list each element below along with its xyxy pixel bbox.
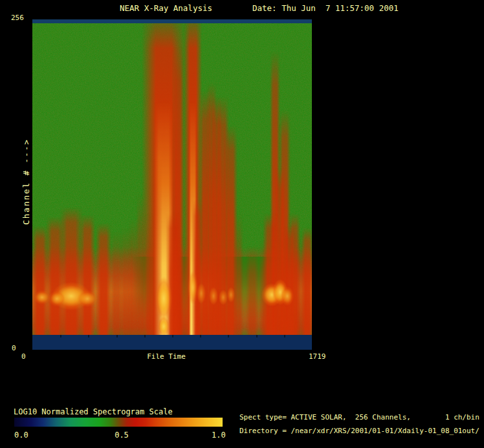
- minor-tick: [60, 335, 61, 337]
- minor-tick: [172, 335, 173, 337]
- minor-tick: [284, 335, 285, 337]
- emission-glow: [227, 287, 235, 303]
- minor-tick: [256, 335, 258, 337]
- emission-glow: [155, 277, 172, 321]
- y-axis-title: Channel # --->: [21, 138, 31, 224]
- flare-streak: [120, 228, 133, 336]
- colorbar-tick-2: 1.0: [212, 431, 226, 440]
- top-border-band: [32, 19, 312, 23]
- colorbar-gradient: [14, 418, 223, 427]
- flare-streak: [302, 228, 312, 336]
- date-label: Date: Thu Jun 7 11:57:00 2001: [252, 3, 399, 13]
- page-title: NEAR X-Ray Analysis: [120, 3, 212, 13]
- y-axis-max-label: 256: [11, 14, 24, 22]
- minor-tick: [144, 335, 146, 337]
- colorbar-tick-0: 0.0: [14, 431, 28, 440]
- emission-glow: [209, 287, 218, 305]
- flare-streak: [96, 223, 111, 336]
- x-axis-max-label: 1719: [309, 352, 326, 361]
- minor-tick: [200, 335, 201, 337]
- emission-glow: [77, 290, 98, 307]
- colorbar-tick-1: 0.5: [115, 431, 129, 440]
- x-axis-min-label: 0: [21, 352, 26, 361]
- minor-tick: [116, 335, 118, 337]
- emission-glow: [281, 286, 294, 306]
- flare-streak: [263, 213, 278, 336]
- emission-glow: [158, 316, 170, 337]
- emission-glow: [197, 283, 206, 304]
- minor-tick: [228, 335, 229, 337]
- colorbar-title: LOG10 Normalized Spectrogram Scale: [14, 407, 173, 416]
- flare-streak: [144, 213, 154, 336]
- emission-glow: [49, 291, 65, 306]
- flare-streak: [233, 213, 243, 336]
- x-axis-title: File Time: [147, 352, 186, 361]
- minor-tick: [88, 335, 89, 337]
- spect-type-info: Spect type= ACTIVE SOLAR, 256 Channels, …: [239, 413, 479, 421]
- flare-streak: [80, 215, 94, 336]
- flare-streak: [246, 245, 259, 336]
- spectrogram-plot: [32, 19, 312, 350]
- y-axis-min-label: 0: [12, 344, 16, 352]
- directory-info: Directory = /near/xdr/XRS/2001/01-01/Xda…: [239, 427, 479, 435]
- near-xray-analysis-window: { "header": { "title": "NEAR X-Ray Analy…: [0, 0, 484, 448]
- flare-streak: [192, 200, 203, 336]
